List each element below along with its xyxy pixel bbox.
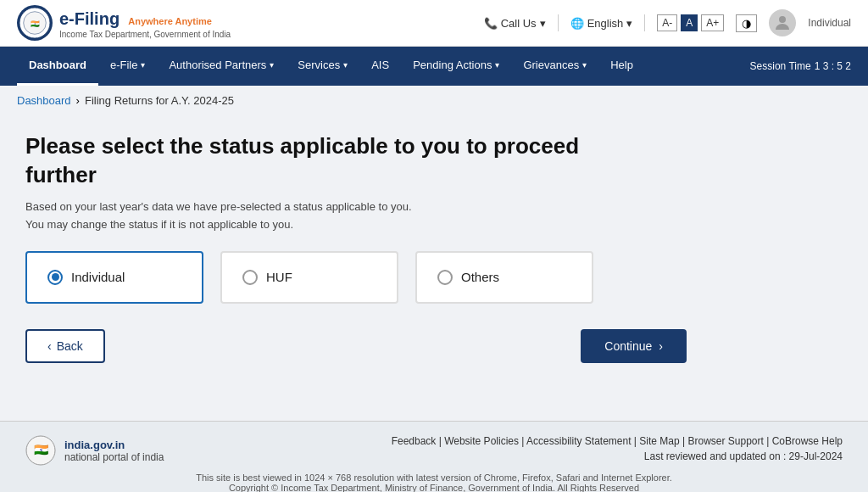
option-huf-label: HUF [266, 270, 292, 284]
svg-text:🇮🇳: 🇮🇳 [34, 443, 49, 457]
svg-point-3 [779, 16, 786, 23]
back-icon: ‹ [47, 339, 52, 353]
language-dropdown-icon: ▾ [626, 17, 632, 30]
radio-huf [242, 270, 258, 285]
continue-button[interactable]: Continue › [581, 329, 687, 363]
page-desc2: You may change the status if it is not a… [25, 218, 843, 231]
option-others-label: Others [461, 270, 499, 284]
top-header: 🇮🇳 e-Filing Anywhere Anytime Income Tax … [0, 0, 868, 47]
nav-grievances[interactable]: Grievances ▾ [511, 47, 598, 86]
nav-ais[interactable]: AIS [359, 47, 401, 86]
nav-pending-arrow: ▾ [495, 60, 499, 70]
footer-link-policies[interactable]: Website Policies [444, 435, 519, 447]
session-value: 1 3 : 5 2 [815, 60, 851, 72]
avatar [769, 9, 796, 36]
footer-links: Feedback | Website Policies | Accessibil… [392, 435, 843, 462]
phone-icon: 📞 [484, 17, 498, 30]
language-button[interactable]: 🌐 English ▾ [570, 17, 633, 30]
svg-text:🇮🇳: 🇮🇳 [31, 20, 40, 29]
nav-grievances-arrow: ▾ [582, 60, 587, 70]
logo-area: 🇮🇳 e-Filing Anywhere Anytime Income Tax … [17, 5, 231, 41]
footer-logo: 🇮🇳 india.gov.in national portal of india [25, 435, 164, 466]
emblem-icon: 🇮🇳 [17, 5, 53, 41]
header-right: 📞 Call Us ▾ 🌐 English ▾ A- A A+ ◑ Indivi… [484, 9, 851, 36]
nav-authorised-partners[interactable]: Authorised Partners ▾ [157, 47, 286, 86]
nav-services-label: Services [298, 59, 340, 71]
back-label: Back [57, 339, 83, 353]
divider [558, 14, 559, 31]
continue-label: Continue [604, 339, 652, 353]
footer-link-browser[interactable]: Browser Support [687, 435, 763, 447]
font-controls: A- A A+ [657, 14, 724, 31]
page-title: Please select the status applicable to y… [25, 132, 619, 190]
efiling-brand: e-Filing Anywhere Anytime [59, 8, 231, 30]
radio-individual [47, 270, 63, 285]
nav-bar: Dashboard e-File ▾ Authorised Partners ▾… [0, 47, 868, 86]
font-decrease-button[interactable]: A- [657, 14, 677, 31]
footer: 🇮🇳 india.gov.in national portal of india… [0, 421, 868, 492]
session-label: Session Time [750, 60, 811, 72]
footer-copyright: Copyright © Income Tax Department, Minis… [25, 483, 843, 492]
footer-link-accessibility[interactable]: Accessibility Statement [526, 435, 631, 447]
footer-gov-sub: national portal of india [64, 451, 164, 463]
footer-link-feedback[interactable]: Feedback [392, 435, 437, 447]
nav-grievances-label: Grievances [523, 59, 579, 71]
continue-icon: › [659, 339, 663, 353]
nav-ais-label: AIS [371, 59, 389, 71]
call-us-button[interactable]: 📞 Call Us ▾ [484, 17, 546, 30]
nav-efile-label: e-File [110, 59, 138, 71]
main-content: Please select the status applicable to y… [0, 115, 868, 421]
nav-help-label: Help [610, 59, 633, 71]
nav-pending-label: Pending Actions [413, 59, 492, 71]
nav-efile-arrow: ▾ [141, 60, 145, 70]
globe-icon: 🌐 [570, 17, 584, 30]
footer-bottom: This site is best viewed in 1024 × 768 r… [25, 472, 843, 492]
footer-last-reviewed: Last reviewed and updated on : 29-Jul-20… [392, 450, 843, 462]
font-increase-button[interactable]: A+ [701, 14, 724, 31]
option-individual-label: Individual [71, 270, 125, 284]
nav-services[interactable]: Services ▾ [286, 47, 359, 86]
footer-emblem-icon: 🇮🇳 [25, 435, 56, 466]
nav-pending-actions[interactable]: Pending Actions ▾ [401, 47, 511, 86]
footer-link-sitemap[interactable]: Site Map [639, 435, 679, 447]
footer-logo-text: india.gov.in national portal of india [64, 439, 164, 463]
breadcrumb-home[interactable]: Dashboard [17, 94, 71, 107]
nav-help[interactable]: Help [598, 47, 645, 86]
session-time: Session Time 1 3 : 5 2 [750, 60, 851, 72]
contrast-button[interactable]: ◑ [736, 14, 757, 32]
nav-services-arrow: ▾ [343, 60, 348, 70]
breadcrumb-separator: › [76, 94, 80, 107]
option-others[interactable]: Others [415, 251, 593, 304]
nav-authorised-arrow: ▾ [270, 60, 274, 70]
back-button[interactable]: ‹ Back [25, 329, 105, 363]
footer-top: 🇮🇳 india.gov.in national portal of india… [25, 435, 843, 466]
page-desc1: Based on your last year's data we have p… [25, 200, 843, 213]
nav-authorised-label: Authorised Partners [169, 59, 266, 71]
footer-best-viewed: This site is best viewed in 1024 × 768 r… [25, 472, 843, 483]
language-label: English [587, 17, 624, 30]
footer-gov-name: india.gov.in [64, 439, 164, 451]
footer-link-cobrowse[interactable]: CoBrowse Help [772, 435, 843, 447]
nav-dashboard-label: Dashboard [29, 59, 86, 71]
button-row: ‹ Back Continue › [25, 329, 687, 363]
divider2 [644, 14, 645, 31]
call-dropdown-icon: ▾ [540, 17, 546, 30]
nav-dashboard[interactable]: Dashboard [17, 47, 98, 86]
status-options: Individual HUF Others [25, 251, 843, 304]
call-us-label: Call Us [501, 17, 537, 30]
logo-subtitle: Income Tax Department, Government of Ind… [59, 30, 231, 39]
radio-others [437, 270, 453, 285]
breadcrumb: Dashboard › Filing Returns for A.Y. 2024… [0, 86, 868, 115]
nav-efile[interactable]: e-File ▾ [98, 47, 158, 86]
font-normal-button[interactable]: A [681, 14, 698, 31]
user-label: Individual [808, 17, 851, 29]
breadcrumb-current: Filing Returns for A.Y. 2024-25 [85, 94, 234, 107]
option-huf[interactable]: HUF [220, 251, 398, 304]
logo-text: e-Filing Anywhere Anytime Income Tax Dep… [59, 8, 231, 39]
option-individual[interactable]: Individual [25, 251, 203, 304]
